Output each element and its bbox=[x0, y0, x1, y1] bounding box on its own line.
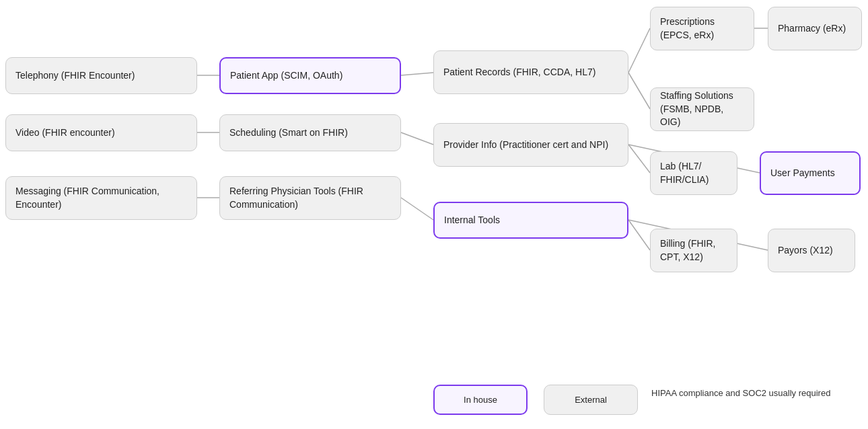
referring-box: Referring Physician Tools (FHIR Communic… bbox=[219, 176, 401, 220]
patient-app-label: Patient App (SCIM, OAuth) bbox=[230, 69, 342, 83]
diagram: Telephony (FHIR Encounter) Video (FHIR e… bbox=[0, 0, 868, 429]
scheduling-box: Scheduling (Smart on FHIR) bbox=[219, 114, 401, 151]
patient-records-box: Patient Records (FHIR, CCDA, HL7) bbox=[433, 50, 628, 94]
lab-box: Lab (HL7/ FHIR/CLIA) bbox=[650, 151, 737, 195]
prescriptions-box: Prescriptions (EPCS, eRx) bbox=[650, 7, 754, 50]
svg-line-10 bbox=[628, 220, 650, 250]
svg-line-4 bbox=[401, 132, 433, 145]
patient-records-label: Patient Records (FHIR, CCDA, HL7) bbox=[443, 66, 595, 79]
video-label: Video (FHIR encounter) bbox=[15, 126, 115, 140]
billing-label: Billing (FHIR, CPT, X12) bbox=[660, 237, 727, 264]
svg-line-8 bbox=[628, 145, 650, 173]
svg-line-3 bbox=[401, 73, 433, 75]
lab-label: Lab (HL7/ FHIR/CLIA) bbox=[660, 160, 727, 186]
svg-line-6 bbox=[628, 28, 650, 73]
provider-info-label: Provider Info (Practitioner cert and NPI… bbox=[443, 139, 608, 152]
telephony-label: Telephony (FHIR Encounter) bbox=[15, 69, 135, 83]
staffing-box: Staffing Solutions (FSMB, NPDB, OIG) bbox=[650, 87, 754, 131]
user-payments-label: User Payments bbox=[770, 167, 835, 180]
staffing-label: Staffing Solutions (FSMB, NPDB, OIG) bbox=[660, 89, 744, 129]
telephony-box: Telephony (FHIR Encounter) bbox=[5, 57, 197, 94]
billing-box: Billing (FHIR, CPT, X12) bbox=[650, 229, 737, 272]
prescriptions-label: Prescriptions (EPCS, eRx) bbox=[660, 15, 744, 42]
in-house-legend-label: In house bbox=[464, 395, 497, 405]
patient-app-box: Patient App (SCIM, OAuth) bbox=[219, 57, 401, 94]
scheduling-label: Scheduling (Smart on FHIR) bbox=[229, 126, 348, 140]
hipaa-note: HIPAA compliance and SOC2 usually requir… bbox=[651, 387, 840, 400]
svg-line-5 bbox=[401, 198, 433, 220]
external-legend-label: External bbox=[575, 395, 607, 405]
payors-box: Payors (X12) bbox=[768, 229, 855, 272]
user-payments-box: User Payments bbox=[760, 151, 861, 195]
pharmacy-box: Pharmacy (eRx) bbox=[768, 7, 862, 50]
internal-tools-label: Internal Tools bbox=[444, 214, 500, 227]
svg-line-7 bbox=[628, 73, 650, 109]
provider-info-box: Provider Info (Practitioner cert and NPI… bbox=[433, 123, 628, 167]
referring-label: Referring Physician Tools (FHIR Communic… bbox=[229, 185, 391, 211]
messaging-box: Messaging (FHIR Communication, Encounter… bbox=[5, 176, 197, 220]
internal-tools-box: Internal Tools bbox=[433, 202, 628, 239]
external-legend: External bbox=[544, 385, 638, 415]
in-house-legend: In house bbox=[433, 385, 528, 415]
video-box: Video (FHIR encounter) bbox=[5, 114, 197, 151]
pharmacy-label: Pharmacy (eRx) bbox=[778, 22, 846, 36]
messaging-label: Messaging (FHIR Communication, Encounter… bbox=[15, 185, 187, 211]
payors-label: Payors (X12) bbox=[778, 244, 833, 258]
